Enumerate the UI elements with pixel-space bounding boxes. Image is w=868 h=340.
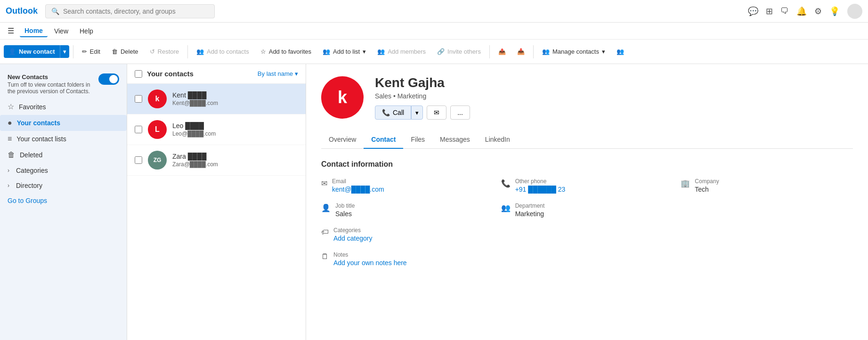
list-nav-icon: ≡	[8, 135, 12, 143]
add-contact-icon: 👥	[196, 48, 204, 55]
new-contact-group: 👤 New contact ▾	[4, 45, 69, 58]
select-all-checkbox[interactable]	[135, 70, 142, 78]
star-nav-icon: ☆	[8, 102, 14, 111]
email-info-icon: ✉	[321, 179, 327, 188]
phone-icon: 📞	[382, 109, 390, 116]
trash-nav-icon: 🗑	[8, 151, 15, 159]
phone-value[interactable]: +91 ██████ 23	[515, 186, 566, 193]
more-options-button[interactable]: ...	[450, 105, 470, 120]
search-bar[interactable]: 🔍	[45, 4, 215, 18]
go-to-groups-link[interactable]: Go to Groups	[0, 193, 127, 208]
phone-info-icon: 📞	[501, 179, 511, 188]
menu-item-view[interactable]: View	[49, 25, 73, 37]
tag-info-icon: 🏷	[321, 228, 329, 236]
search-input[interactable]	[63, 8, 209, 15]
new-contacts-toggle-section: New Contacts Turn off to view contact fo…	[0, 70, 127, 98]
manage-contacts-icon: 👥	[542, 48, 550, 55]
menu-item-help[interactable]: Help	[75, 25, 98, 37]
restore-button[interactable]: ↺ Restore	[145, 45, 184, 58]
info-grid: ✉ Email kent@████.com 📞 Other phone +91 …	[321, 178, 853, 218]
add-members-icon: 👥	[377, 48, 385, 55]
comment-icon[interactable]: 🗨	[780, 6, 789, 16]
contact-info-leo: Leo ████ Leo@████.com	[172, 122, 298, 137]
icon-btn-2[interactable]: 📥	[512, 45, 529, 58]
new-contact-button[interactable]: 👤 New contact	[4, 45, 60, 58]
sidebar-item-your-contacts[interactable]: ● Your contacts	[0, 115, 127, 131]
notes-info-icon: 🗒	[321, 252, 329, 261]
invite-icon: 🔗	[437, 48, 445, 55]
info-item-department: 👥 Department Marketing	[501, 202, 673, 218]
contact-item-zara[interactable]: ZG Zara ████ Zara@████.com	[127, 145, 306, 176]
manage-contacts-button[interactable]: 👥 Manage contacts ▾	[537, 45, 610, 58]
tab-contact[interactable]: Contact	[364, 131, 403, 149]
titlebar-right: 💬 ⊞ 🗨 🔔 ⚙ 💡	[748, 4, 862, 19]
sidebar-item-contact-lists[interactable]: ≡ Your contact lists	[0, 131, 127, 147]
import-icon: 📥	[517, 48, 525, 55]
notes-value[interactable]: Add your own notes here	[333, 259, 407, 267]
invite-others-button[interactable]: 🔗 Invite others	[432, 45, 486, 58]
new-contacts-toggle[interactable]	[98, 73, 119, 85]
separator-1	[73, 45, 73, 58]
list-icon: 👥	[323, 48, 330, 55]
bell-icon[interactable]: 🔔	[796, 6, 807, 16]
add-to-contacts-button[interactable]: 👥 Add to contacts	[192, 45, 254, 58]
email-action-button[interactable]: ✉	[427, 105, 446, 120]
email-value[interactable]: kent@████.com	[332, 186, 384, 193]
toggle-knob	[109, 75, 118, 83]
manage-extra-icon: 👥	[617, 48, 624, 55]
lightbulb-icon[interactable]: 💡	[829, 6, 840, 16]
tab-linkedin[interactable]: LinkedIn	[478, 131, 518, 149]
manage-icon-btn[interactable]: 👥	[612, 45, 629, 58]
contact-list-header: Your contacts By last name ▾	[127, 64, 306, 84]
contact-info-section: Contact information ✉ Email kent@████.co…	[321, 160, 853, 267]
job-info-icon: 👤	[321, 203, 331, 212]
tab-messages[interactable]: Messages	[432, 131, 478, 149]
mail-icon: ✉	[434, 109, 439, 116]
user-avatar[interactable]	[847, 4, 862, 19]
titlebar-left: Outlook 🔍	[6, 4, 215, 18]
edit-icon: ✏	[82, 48, 87, 55]
info-item-other-phone: 📞 Other phone +91 ██████ 23	[501, 178, 673, 193]
call-dropdown[interactable]: ▾	[411, 105, 423, 120]
company-value: Tech	[695, 186, 719, 193]
app-name: Outlook	[6, 6, 38, 16]
sort-button[interactable]: By last name ▾	[258, 70, 298, 77]
contact-checkbox-leo[interactable]	[135, 126, 142, 133]
contact-fullname: Kent Gajha	[375, 75, 853, 90]
contact-list: Your contacts By last name ▾ k Kent ████…	[127, 64, 306, 340]
categories-value[interactable]: Add category	[333, 235, 373, 242]
new-contact-dropdown[interactable]: ▾	[60, 45, 69, 58]
tab-overview[interactable]: Overview	[321, 131, 364, 149]
grid-icon[interactable]: ⊞	[766, 6, 773, 16]
new-contacts-desc: Turn off to view contact folders in the …	[8, 81, 95, 95]
tab-files[interactable]: Files	[403, 131, 432, 149]
info-item-categories: 🏷 Categories Add category	[321, 227, 853, 242]
detail-tabs: Overview Contact Files Messages LinkedIn	[321, 131, 853, 149]
add-to-list-button[interactable]: 👥 Add to list ▾	[318, 45, 371, 58]
contact-item-leo[interactable]: L Leo ████ Leo@████.com	[127, 114, 306, 145]
add-to-favorites-button[interactable]: ☆ Add to favorites	[256, 45, 316, 58]
restore-icon: ↺	[150, 48, 155, 55]
separator-3	[489, 45, 490, 58]
call-button[interactable]: 📞 Call	[375, 105, 411, 120]
gear-icon[interactable]: ⚙	[814, 6, 822, 16]
sidebar-item-favorites[interactable]: ☆ Favorites	[0, 98, 127, 115]
edit-button[interactable]: ✏ Edit	[77, 45, 105, 58]
chat-icon[interactable]: 💬	[748, 6, 758, 16]
contact-info-zara: Zara ████ Zara@████.com	[172, 153, 298, 168]
separator-2	[187, 45, 188, 58]
contact-avatar-leo: L	[148, 120, 167, 139]
hamburger-menu[interactable]: ☰	[4, 24, 18, 37]
manage-contacts-chevron-icon: ▾	[602, 48, 605, 55]
delete-button[interactable]: 🗑 Delete	[107, 45, 143, 58]
add-members-button[interactable]: 👥 Add members	[373, 45, 430, 58]
menu-item-home[interactable]: Home	[20, 25, 48, 37]
contact-checkbox-zara[interactable]	[135, 156, 142, 164]
info-item-job-title: 👤 Job title Sales	[321, 202, 494, 218]
contact-checkbox-kent[interactable]	[135, 95, 142, 103]
sidebar-item-directory[interactable]: › Directory	[0, 178, 127, 193]
sidebar-item-categories[interactable]: › Categories	[0, 163, 127, 178]
contact-item-kent[interactable]: k Kent ████ Kent@████.com	[127, 84, 306, 114]
icon-btn-1[interactable]: 📤	[494, 45, 511, 58]
sidebar-item-deleted[interactable]: 🗑 Deleted	[0, 147, 127, 163]
